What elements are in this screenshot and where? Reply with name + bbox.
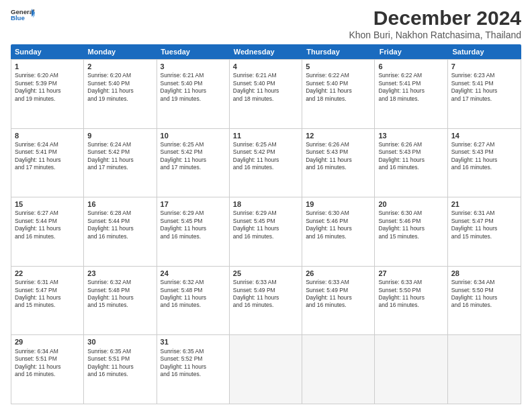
day-info: Sunrise: 6:27 AM Sunset: 5:44 PM Dayligh…	[15, 210, 80, 240]
day-cell-21: 21Sunrise: 6:31 AM Sunset: 5:47 PM Dayli…	[448, 197, 521, 266]
day-cell-25: 25Sunrise: 6:33 AM Sunset: 5:49 PM Dayli…	[230, 267, 302, 335]
day-cell-28: 28Sunrise: 6:34 AM Sunset: 5:50 PM Dayli…	[448, 267, 521, 335]
day-header-thursday: Thursday	[302, 44, 375, 59]
day-cell-31: 31Sunrise: 6:35 AM Sunset: 5:52 PM Dayli…	[157, 335, 230, 404]
day-cell-26: 26Sunrise: 6:33 AM Sunset: 5:49 PM Dayli…	[302, 267, 375, 335]
day-info: Sunrise: 6:33 AM Sunset: 5:49 PM Dayligh…	[233, 279, 298, 310]
day-number: 24	[161, 269, 226, 278]
empty-cell	[302, 335, 375, 404]
week-row-5: 29Sunrise: 6:34 AM Sunset: 5:51 PM Dayli…	[11, 334, 521, 404]
day-cell-17: 17Sunrise: 6:29 AM Sunset: 5:45 PM Dayli…	[157, 197, 230, 266]
day-cell-20: 20Sunrise: 6:30 AM Sunset: 5:46 PM Dayli…	[375, 197, 447, 266]
day-number: 29	[15, 337, 80, 347]
day-cell-19: 19Sunrise: 6:30 AM Sunset: 5:46 PM Dayli…	[302, 197, 375, 266]
day-cell-16: 16Sunrise: 6:28 AM Sunset: 5:44 PM Dayli…	[84, 197, 157, 266]
day-info: Sunrise: 6:21 AM Sunset: 5:40 PM Dayligh…	[161, 72, 226, 103]
day-number: 30	[87, 337, 152, 347]
month-title: December 2024	[349, 7, 521, 30]
day-number: 9	[87, 131, 152, 140]
day-cell-4: 4Sunrise: 6:21 AM Sunset: 5:40 PM Daylig…	[230, 60, 302, 128]
day-cell-15: 15Sunrise: 6:27 AM Sunset: 5:44 PM Dayli…	[11, 197, 84, 266]
empty-cell	[448, 335, 521, 404]
location: Khon Buri, Nakhon Ratchasima, Thailand	[349, 30, 521, 40]
day-info: Sunrise: 6:26 AM Sunset: 5:43 PM Dayligh…	[378, 141, 443, 172]
day-number: 25	[233, 269, 298, 278]
day-info: Sunrise: 6:31 AM Sunset: 5:47 PM Dayligh…	[15, 279, 80, 310]
day-number: 12	[306, 131, 371, 140]
calendar-body: 1Sunrise: 6:20 AM Sunset: 5:39 PM Daylig…	[11, 59, 521, 404]
day-info: Sunrise: 6:35 AM Sunset: 5:52 PM Dayligh…	[161, 348, 226, 379]
svg-text:Blue: Blue	[11, 14, 25, 21]
day-number: 31	[161, 337, 226, 347]
day-cell-9: 9Sunrise: 6:24 AM Sunset: 5:42 PM Daylig…	[84, 129, 157, 197]
day-info: Sunrise: 6:34 AM Sunset: 5:50 PM Dayligh…	[451, 279, 517, 310]
day-info: Sunrise: 6:21 AM Sunset: 5:40 PM Dayligh…	[233, 72, 298, 103]
day-info: Sunrise: 6:20 AM Sunset: 5:39 PM Dayligh…	[15, 72, 80, 103]
day-cell-2: 2Sunrise: 6:20 AM Sunset: 5:40 PM Daylig…	[84, 60, 157, 128]
day-cell-23: 23Sunrise: 6:32 AM Sunset: 5:48 PM Dayli…	[84, 267, 157, 335]
day-number: 22	[15, 269, 80, 278]
day-cell-13: 13Sunrise: 6:26 AM Sunset: 5:43 PM Dayli…	[375, 129, 447, 197]
day-info: Sunrise: 6:30 AM Sunset: 5:46 PM Dayligh…	[306, 210, 371, 240]
day-cell-18: 18Sunrise: 6:29 AM Sunset: 5:45 PM Dayli…	[230, 197, 302, 266]
day-cell-5: 5Sunrise: 6:22 AM Sunset: 5:40 PM Daylig…	[302, 60, 375, 128]
day-cell-6: 6Sunrise: 6:22 AM Sunset: 5:41 PM Daylig…	[375, 60, 447, 128]
day-info: Sunrise: 6:29 AM Sunset: 5:45 PM Dayligh…	[161, 210, 226, 240]
logo-icon: General Blue	[11, 7, 35, 23]
day-info: Sunrise: 6:24 AM Sunset: 5:41 PM Dayligh…	[15, 141, 80, 172]
day-info: Sunrise: 6:32 AM Sunset: 5:48 PM Dayligh…	[87, 279, 152, 310]
day-number: 5	[306, 62, 371, 71]
week-row-3: 15Sunrise: 6:27 AM Sunset: 5:44 PM Dayli…	[11, 197, 521, 266]
day-cell-14: 14Sunrise: 6:27 AM Sunset: 5:43 PM Dayli…	[448, 129, 521, 197]
week-row-4: 22Sunrise: 6:31 AM Sunset: 5:47 PM Dayli…	[11, 266, 521, 335]
day-number: 2	[87, 62, 152, 71]
day-cell-27: 27Sunrise: 6:33 AM Sunset: 5:50 PM Dayli…	[375, 267, 447, 335]
day-number: 21	[451, 199, 517, 209]
day-header-monday: Monday	[84, 44, 157, 59]
day-number: 6	[378, 62, 443, 71]
day-cell-10: 10Sunrise: 6:25 AM Sunset: 5:42 PM Dayli…	[157, 129, 230, 197]
day-cell-3: 3Sunrise: 6:21 AM Sunset: 5:40 PM Daylig…	[157, 60, 230, 128]
day-info: Sunrise: 6:27 AM Sunset: 5:43 PM Dayligh…	[451, 141, 517, 172]
header: General Blue December 2024 Khon Buri, Na…	[11, 7, 521, 40]
day-info: Sunrise: 6:35 AM Sunset: 5:51 PM Dayligh…	[87, 348, 152, 379]
day-number: 23	[87, 269, 152, 278]
day-number: 3	[161, 62, 226, 71]
calendar: SundayMondayTuesdayWednesdayThursdayFrid…	[11, 44, 521, 404]
day-number: 20	[378, 199, 443, 209]
day-info: Sunrise: 6:29 AM Sunset: 5:45 PM Dayligh…	[233, 210, 298, 240]
day-number: 15	[15, 199, 80, 209]
day-number: 11	[233, 131, 298, 140]
page: General Blue December 2024 Khon Buri, Na…	[0, 0, 532, 411]
empty-cell	[230, 335, 302, 404]
day-number: 8	[15, 131, 80, 140]
day-number: 18	[233, 199, 298, 209]
day-cell-30: 30Sunrise: 6:35 AM Sunset: 5:51 PM Dayli…	[84, 335, 157, 404]
day-number: 7	[451, 62, 517, 71]
day-number: 27	[378, 269, 443, 278]
day-number: 1	[15, 62, 80, 71]
day-number: 17	[161, 199, 226, 209]
day-info: Sunrise: 6:28 AM Sunset: 5:44 PM Dayligh…	[87, 210, 152, 240]
day-number: 16	[87, 199, 152, 209]
day-info: Sunrise: 6:32 AM Sunset: 5:48 PM Dayligh…	[161, 279, 226, 310]
empty-cell	[375, 335, 447, 404]
day-info: Sunrise: 6:22 AM Sunset: 5:41 PM Dayligh…	[378, 72, 443, 103]
day-info: Sunrise: 6:25 AM Sunset: 5:42 PM Dayligh…	[161, 141, 226, 172]
day-cell-7: 7Sunrise: 6:23 AM Sunset: 5:41 PM Daylig…	[448, 60, 521, 128]
day-info: Sunrise: 6:23 AM Sunset: 5:41 PM Dayligh…	[451, 72, 517, 103]
day-cell-1: 1Sunrise: 6:20 AM Sunset: 5:39 PM Daylig…	[11, 60, 84, 128]
day-header-saturday: Saturday	[448, 44, 521, 59]
day-info: Sunrise: 6:31 AM Sunset: 5:47 PM Dayligh…	[451, 210, 517, 240]
day-cell-22: 22Sunrise: 6:31 AM Sunset: 5:47 PM Dayli…	[11, 267, 84, 335]
day-header-friday: Friday	[375, 44, 449, 59]
day-info: Sunrise: 6:30 AM Sunset: 5:46 PM Dayligh…	[378, 210, 443, 240]
day-number: 26	[306, 269, 371, 278]
day-number: 19	[306, 199, 371, 209]
day-cell-11: 11Sunrise: 6:25 AM Sunset: 5:42 PM Dayli…	[230, 129, 302, 197]
day-info: Sunrise: 6:26 AM Sunset: 5:43 PM Dayligh…	[306, 141, 371, 172]
day-cell-8: 8Sunrise: 6:24 AM Sunset: 5:41 PM Daylig…	[11, 129, 84, 197]
day-info: Sunrise: 6:20 AM Sunset: 5:40 PM Dayligh…	[87, 72, 152, 103]
day-cell-29: 29Sunrise: 6:34 AM Sunset: 5:51 PM Dayli…	[11, 335, 84, 404]
day-info: Sunrise: 6:22 AM Sunset: 5:40 PM Dayligh…	[306, 72, 371, 103]
